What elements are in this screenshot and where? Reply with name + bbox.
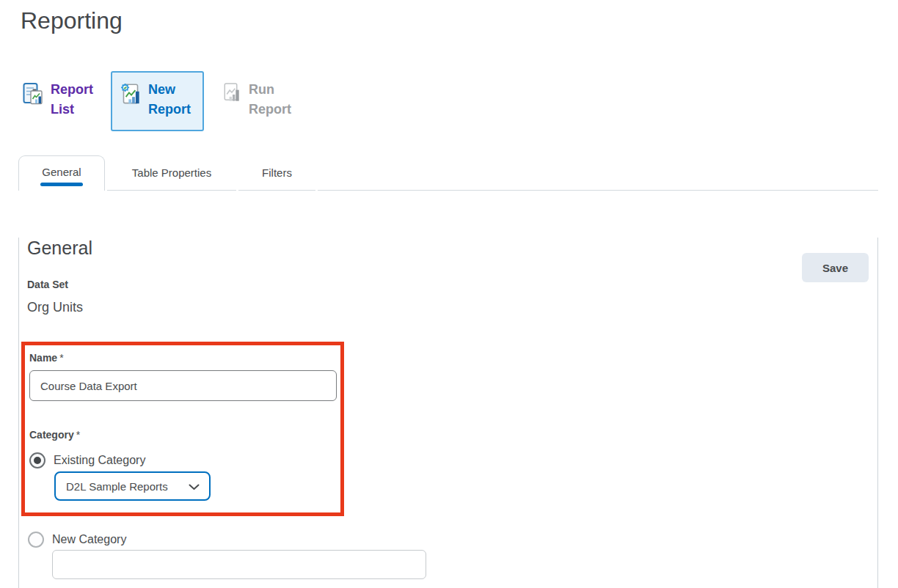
section-heading: General: [27, 238, 877, 259]
data-set-label: Data Set: [27, 279, 877, 290]
new-report-label: New Report: [148, 80, 191, 120]
chevron-down-icon: [189, 480, 200, 493]
general-tab-panel: Save General Data Set Org Units Name* Ca…: [18, 238, 878, 588]
existing-category-option[interactable]: Existing Category: [29, 452, 340, 468]
new-report-button[interactable]: New Report: [111, 71, 204, 131]
report-list-button[interactable]: Report List: [22, 80, 93, 120]
category-label: Category*: [29, 429, 80, 441]
report-list-icon: [22, 81, 44, 120]
run-report-button-disabled: Run Report: [222, 80, 291, 120]
data-set-value: Org Units: [27, 300, 877, 315]
new-category-option[interactable]: New Category: [28, 532, 877, 548]
existing-category-radio-selected[interactable]: [29, 452, 45, 468]
highlight-box: Name* Category* Existing Category D2L Sa…: [21, 342, 344, 516]
save-button[interactable]: Save: [802, 253, 869, 282]
page-title: Reporting: [21, 7, 898, 34]
existing-category-label[interactable]: Existing Category: [54, 454, 145, 467]
tab-general-label: General: [42, 166, 81, 178]
category-select[interactable]: D2L Sample Reports: [54, 471, 211, 501]
required-marker: *: [59, 352, 63, 364]
tab-table-properties-label: Table Properties: [132, 166, 211, 179]
new-category-input[interactable]: [52, 550, 426, 579]
report-list-label: Report List: [51, 80, 93, 120]
new-report-icon: [120, 81, 142, 120]
new-category-label[interactable]: New Category: [52, 533, 126, 546]
active-tab-underline: [40, 183, 83, 186]
name-label: Name*: [29, 352, 340, 364]
new-category-radio-unselected[interactable]: [28, 532, 44, 548]
required-marker: *: [76, 429, 80, 441]
run-report-icon: [222, 81, 242, 120]
name-input[interactable]: [29, 370, 337, 401]
tab-filters[interactable]: Filters: [238, 155, 315, 191]
report-tabs: General Table Properties Filters: [18, 155, 878, 191]
tab-filters-label: Filters: [262, 166, 292, 179]
run-report-label: Run Report: [249, 80, 291, 120]
tab-general[interactable]: General: [18, 155, 105, 191]
tab-table-properties[interactable]: Table Properties: [107, 155, 236, 191]
category-select-value: D2L Sample Reports: [66, 480, 168, 493]
report-toolbar: Report List New Report: [22, 71, 898, 131]
tab-strip-filler: [318, 155, 878, 191]
